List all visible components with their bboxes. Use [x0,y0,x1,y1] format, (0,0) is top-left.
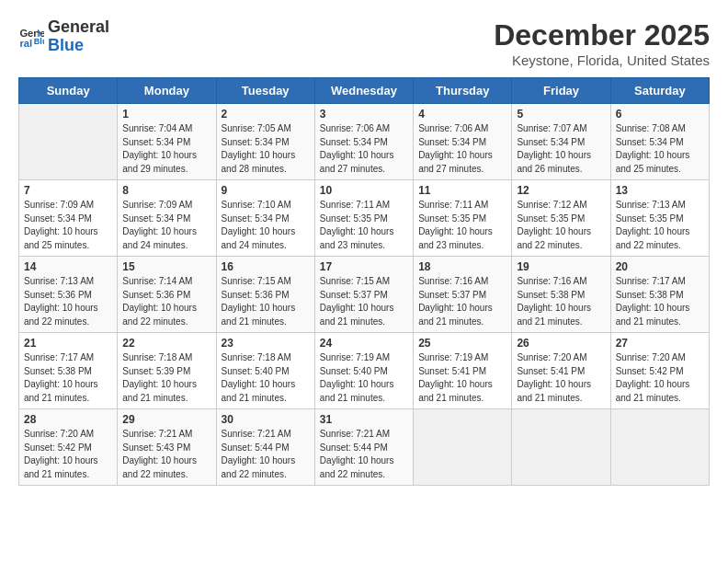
logo-icon: Gene ral Blue [18,24,44,50]
day-info: Sunrise: 7:18 AM Sunset: 5:39 PM Dayligh… [122,351,210,405]
day-info: Sunrise: 7:21 AM Sunset: 5:44 PM Dayligh… [222,428,310,481]
calendar-cell: 3Sunrise: 7:06 AM Sunset: 5:34 PM Daylig… [314,104,413,180]
calendar-title: December 2025 [494,18,710,52]
day-number: 8 [122,184,210,197]
weekday-header-sunday: Sunday [19,78,118,104]
logo-text-line2: Blue [48,37,109,55]
day-info: Sunrise: 7:20 AM Sunset: 5:41 PM Dayligh… [517,351,605,405]
weekday-header-monday: Monday [118,78,216,104]
day-info: Sunrise: 7:20 AM Sunset: 5:42 PM Dayligh… [24,428,112,481]
day-number: 18 [418,260,506,273]
day-number: 25 [418,337,506,350]
day-info: Sunrise: 7:15 AM Sunset: 5:37 PM Dayligh… [320,275,408,328]
day-info: Sunrise: 7:11 AM Sunset: 5:35 PM Dayligh… [320,199,408,252]
day-info: Sunrise: 7:13 AM Sunset: 5:36 PM Dayligh… [24,275,112,328]
calendar-cell: 9Sunrise: 7:10 AM Sunset: 5:34 PM Daylig… [216,180,314,257]
calendar-cell: 15Sunrise: 7:14 AM Sunset: 5:36 PM Dayli… [118,257,216,333]
day-number: 6 [616,108,704,121]
day-info: Sunrise: 7:18 AM Sunset: 5:40 PM Dayligh… [222,351,310,405]
calendar-cell: 31Sunrise: 7:21 AM Sunset: 5:44 PM Dayli… [314,409,413,486]
calendar-week-5: 28Sunrise: 7:20 AM Sunset: 5:42 PM Dayli… [19,409,710,486]
day-number: 26 [517,337,605,350]
calendar-cell: 8Sunrise: 7:09 AM Sunset: 5:34 PM Daylig… [118,180,216,257]
weekday-header-tuesday: Tuesday [216,78,314,104]
day-info: Sunrise: 7:17 AM Sunset: 5:38 PM Dayligh… [24,351,112,405]
calendar-cell: 5Sunrise: 7:07 AM Sunset: 5:34 PM Daylig… [512,104,610,180]
calendar-cell [19,104,118,180]
day-info: Sunrise: 7:21 AM Sunset: 5:44 PM Dayligh… [320,428,408,481]
calendar-cell: 16Sunrise: 7:15 AM Sunset: 5:36 PM Dayli… [216,257,314,333]
day-info: Sunrise: 7:07 AM Sunset: 5:34 PM Dayligh… [517,122,605,176]
day-info: Sunrise: 7:16 AM Sunset: 5:38 PM Dayligh… [517,275,605,328]
day-number: 16 [222,260,310,273]
weekday-header-saturday: Saturday [610,78,709,104]
calendar-cell: 14Sunrise: 7:13 AM Sunset: 5:36 PM Dayli… [19,257,118,333]
calendar-cell [414,409,512,486]
calendar-cell: 23Sunrise: 7:18 AM Sunset: 5:40 PM Dayli… [216,333,314,409]
day-number: 29 [122,413,210,426]
calendar-cell: 11Sunrise: 7:11 AM Sunset: 5:35 PM Dayli… [414,180,512,257]
day-number: 30 [222,413,310,426]
day-info: Sunrise: 7:15 AM Sunset: 5:36 PM Dayligh… [222,275,310,328]
day-number: 20 [616,260,704,273]
weekday-header-thursday: Thursday [414,78,512,104]
calendar-cell: 2Sunrise: 7:05 AM Sunset: 5:34 PM Daylig… [216,104,314,180]
day-info: Sunrise: 7:09 AM Sunset: 5:34 PM Dayligh… [24,199,112,252]
calendar-subtitle: Keystone, Florida, United States [494,52,710,68]
day-info: Sunrise: 7:08 AM Sunset: 5:34 PM Dayligh… [616,122,704,176]
calendar-body: 1Sunrise: 7:04 AM Sunset: 5:34 PM Daylig… [19,104,710,486]
calendar-cell: 24Sunrise: 7:19 AM Sunset: 5:40 PM Dayli… [314,333,413,409]
weekday-header-wednesday: Wednesday [314,78,413,104]
calendar-week-1: 1Sunrise: 7:04 AM Sunset: 5:34 PM Daylig… [19,104,710,180]
day-number: 24 [320,337,408,350]
day-number: 11 [418,184,506,197]
calendar-cell: 13Sunrise: 7:13 AM Sunset: 5:35 PM Dayli… [610,180,709,257]
calendar-cell: 12Sunrise: 7:12 AM Sunset: 5:35 PM Dayli… [512,180,610,257]
day-info: Sunrise: 7:10 AM Sunset: 5:34 PM Dayligh… [222,199,310,252]
day-info: Sunrise: 7:12 AM Sunset: 5:35 PM Dayligh… [517,199,605,252]
day-info: Sunrise: 7:14 AM Sunset: 5:36 PM Dayligh… [122,275,210,328]
day-info: Sunrise: 7:11 AM Sunset: 5:35 PM Dayligh… [418,199,506,252]
day-info: Sunrise: 7:16 AM Sunset: 5:37 PM Dayligh… [418,275,506,328]
calendar-week-2: 7Sunrise: 7:09 AM Sunset: 5:34 PM Daylig… [19,180,710,257]
calendar-cell: 17Sunrise: 7:15 AM Sunset: 5:37 PM Dayli… [314,257,413,333]
calendar-cell [512,409,610,486]
day-info: Sunrise: 7:19 AM Sunset: 5:41 PM Dayligh… [418,351,506,405]
calendar-cell: 10Sunrise: 7:11 AM Sunset: 5:35 PM Dayli… [314,180,413,257]
calendar-cell: 4Sunrise: 7:06 AM Sunset: 5:34 PM Daylig… [414,104,512,180]
day-number: 5 [517,108,605,121]
day-info: Sunrise: 7:06 AM Sunset: 5:34 PM Dayligh… [320,122,408,176]
calendar-cell: 7Sunrise: 7:09 AM Sunset: 5:34 PM Daylig… [19,180,118,257]
svg-text:Blue: Blue [34,37,44,46]
day-number: 17 [320,260,408,273]
day-number: 13 [616,184,704,197]
calendar-cell: 27Sunrise: 7:20 AM Sunset: 5:42 PM Dayli… [610,333,709,409]
day-number: 9 [222,184,310,197]
day-number: 23 [222,337,310,350]
weekday-header-friday: Friday [512,78,610,104]
calendar-cell: 29Sunrise: 7:21 AM Sunset: 5:43 PM Dayli… [118,409,216,486]
calendar-cell: 18Sunrise: 7:16 AM Sunset: 5:37 PM Dayli… [414,257,512,333]
calendar-cell: 25Sunrise: 7:19 AM Sunset: 5:41 PM Dayli… [414,333,512,409]
day-number: 3 [320,108,408,121]
day-info: Sunrise: 7:17 AM Sunset: 5:38 PM Dayligh… [616,275,704,328]
calendar-cell: 21Sunrise: 7:17 AM Sunset: 5:38 PM Dayli… [19,333,118,409]
day-info: Sunrise: 7:04 AM Sunset: 5:34 PM Dayligh… [122,122,210,176]
day-info: Sunrise: 7:13 AM Sunset: 5:35 PM Dayligh… [616,199,704,252]
calendar-cell [610,409,709,486]
calendar-cell: 6Sunrise: 7:08 AM Sunset: 5:34 PM Daylig… [610,104,709,180]
day-number: 28 [24,413,112,426]
day-number: 14 [24,260,112,273]
day-number: 4 [418,108,506,121]
day-number: 27 [616,337,704,350]
calendar-table: SundayMondayTuesdayWednesdayThursdayFrid… [18,77,710,486]
calendar-cell: 26Sunrise: 7:20 AM Sunset: 5:41 PM Dayli… [512,333,610,409]
logo: Gene ral Blue General Blue [18,18,109,55]
day-info: Sunrise: 7:20 AM Sunset: 5:42 PM Dayligh… [616,351,704,405]
day-info: Sunrise: 7:05 AM Sunset: 5:34 PM Dayligh… [222,122,310,176]
day-info: Sunrise: 7:21 AM Sunset: 5:43 PM Dayligh… [122,428,210,481]
calendar-week-3: 14Sunrise: 7:13 AM Sunset: 5:36 PM Dayli… [19,257,710,333]
day-info: Sunrise: 7:09 AM Sunset: 5:34 PM Dayligh… [122,199,210,252]
title-block: December 2025 Keystone, Florida, United … [494,18,710,68]
calendar-week-4: 21Sunrise: 7:17 AM Sunset: 5:38 PM Dayli… [19,333,710,409]
